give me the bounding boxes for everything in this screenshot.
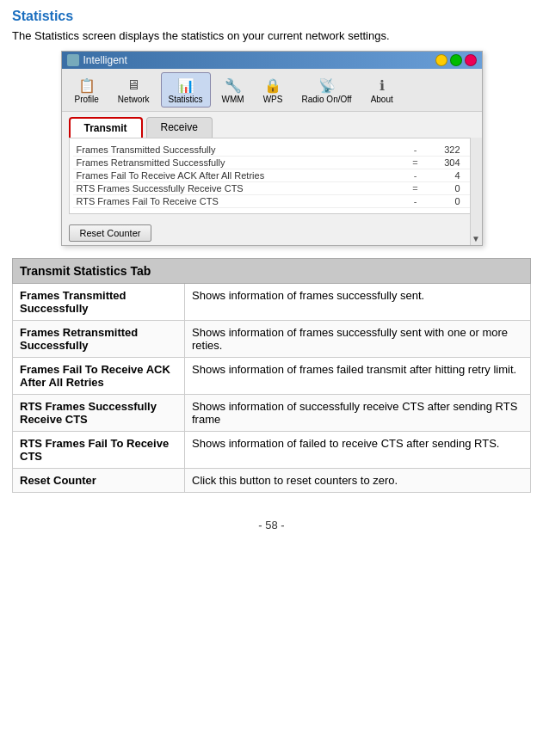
table-row: Frames Retransmitted Successfully Shows … [13, 321, 531, 358]
network-icon: 🖥 [124, 76, 143, 95]
desc-reset-counter: Click this button to reset counters to z… [185, 469, 531, 493]
stat-row-1: Frames Transmitted Successfully - 322 [73, 144, 471, 157]
stat-dash-4: = [407, 183, 424, 194]
term-frames-transmitted: Frames Transmitted Successfully [13, 284, 185, 321]
title-bar-left: Intelligent [67, 54, 127, 66]
toolbar-wps-label: WPS [263, 95, 283, 104]
table-row: RTS Frames Successfully Receive CTS Show… [13, 395, 531, 432]
about-icon: ℹ [373, 76, 392, 95]
stat-row-4: RTS Frames Successfully Receive CTS = 0 [73, 182, 471, 195]
page-footer: - 58 - [12, 519, 531, 532]
wmm-icon: 🔧 [224, 76, 243, 95]
stat-row-2: Frames Retransmitted Successfully = 304 [73, 157, 471, 169]
desc-rts-success: Shows information of successfully receiv… [185, 395, 531, 432]
desc-frames-transmitted: Shows information of frames successfully… [185, 284, 531, 321]
tab-transmit[interactable]: Transmit [69, 117, 143, 138]
toolbar-radio[interactable]: 📡 Radio On/Off [293, 72, 359, 108]
close-button[interactable] [465, 54, 477, 66]
statistics-icon: 📊 [176, 76, 195, 95]
title-bar: Intelligent [62, 52, 482, 69]
stat-value-1: 322 [424, 144, 467, 155]
term-rts-fail: RTS Frames Fail To Receive CTS [13, 432, 185, 469]
stat-value-3: 4 [424, 170, 467, 181]
minimize-button[interactable] [435, 54, 447, 66]
stat-label-5: RTS Frames Fail To Receive CTS [77, 196, 407, 206]
app-content: Frames Transmitted Successfully - 322 Fr… [62, 138, 482, 245]
desc-frames-retransmitted: Shows information of frames successfully… [185, 321, 531, 358]
window-controls [435, 54, 477, 66]
term-frames-retransmitted: Frames Retransmitted Successfully [13, 321, 185, 358]
stats-area: Frames Transmitted Successfully - 322 Fr… [69, 138, 475, 214]
toolbar-about-label: About [371, 95, 393, 104]
stat-label-1: Frames Transmitted Successfully [77, 144, 407, 155]
wps-icon: 🔒 [263, 76, 282, 95]
toolbar-about[interactable]: ℹ About [363, 72, 401, 108]
toolbar-network-label: Network [118, 95, 150, 104]
description-table: Transmit Statistics Tab Frames Transmitt… [12, 258, 531, 493]
reset-counter-button[interactable]: Reset Counter [69, 224, 152, 242]
tab-receive[interactable]: Receive [146, 117, 213, 138]
toolbar-wps[interactable]: 🔒 WPS [256, 72, 291, 108]
app-icon [67, 54, 79, 66]
radio-icon: 📡 [318, 76, 336, 95]
app-window: Intelligent 📋 Profile 🖥 Network 📊 Statis… [61, 51, 483, 246]
stat-label-4: RTS Frames Successfully Receive CTS [77, 183, 407, 194]
stat-dash-1: - [407, 144, 424, 155]
desc-frames-fail-ack: Shows information of frames failed trans… [185, 358, 531, 395]
stat-dash-5: - [407, 196, 424, 206]
toolbar-profile-label: Profile [75, 95, 99, 104]
stat-label-2: Frames Retransmitted Successfully [77, 157, 407, 168]
toolbar-network[interactable]: 🖥 Network [110, 72, 157, 108]
toolbar-profile[interactable]: 📋 Profile [67, 72, 107, 108]
term-rts-success: RTS Frames Successfully Receive CTS [13, 395, 185, 432]
toolbar-statistics-label: Statistics [169, 95, 203, 104]
table-row: Reset Counter Click this button to reset… [13, 469, 531, 493]
intro-paragraph: The Statistics screen displays the stati… [12, 29, 531, 42]
toolbar-wmm[interactable]: 🔧 WMM [214, 72, 252, 108]
page-number: - 58 - [258, 519, 284, 532]
term-frames-fail-ack: Frames Fail To Receive ACK After All Ret… [13, 358, 185, 395]
table-header: Transmit Statistics Tab [13, 259, 531, 284]
desc-rts-fail: Shows information of failed to receive C… [185, 432, 531, 469]
term-reset-counter: Reset Counter [13, 469, 185, 493]
scroll-down-icon: ▼ [472, 234, 480, 243]
tab-row: Transmit Receive [62, 112, 482, 138]
profile-icon: 📋 [77, 76, 96, 95]
maximize-button[interactable] [450, 54, 462, 66]
app-toolbar: 📋 Profile 🖥 Network 📊 Statistics 🔧 WMM 🔒… [62, 69, 482, 112]
stat-value-2: 304 [424, 157, 467, 168]
stat-row-5: RTS Frames Fail To Receive CTS - 0 [73, 195, 471, 208]
scroll-indicator[interactable]: ▼ [470, 138, 482, 245]
table-row: Frames Fail To Receive ACK After All Ret… [13, 358, 531, 395]
toolbar-statistics[interactable]: 📊 Statistics [161, 72, 211, 108]
stat-dash-3: - [407, 170, 424, 181]
stat-row-3: Frames Fail To Receive ACK After All Ret… [73, 169, 471, 182]
stat-value-5: 0 [424, 196, 467, 206]
table-row: RTS Frames Fail To Receive CTS Shows inf… [13, 432, 531, 469]
app-title: Intelligent [83, 54, 127, 66]
table-row: Frames Transmitted Successfully Shows in… [13, 284, 531, 321]
stat-dash-2: = [407, 157, 424, 168]
toolbar-radio-label: Radio On/Off [301, 95, 351, 104]
stat-label-3: Frames Fail To Receive ACK After All Ret… [77, 170, 407, 181]
page-title: Statistics [12, 9, 531, 24]
stat-value-4: 0 [424, 183, 467, 194]
toolbar-wmm-label: WMM [222, 95, 244, 104]
